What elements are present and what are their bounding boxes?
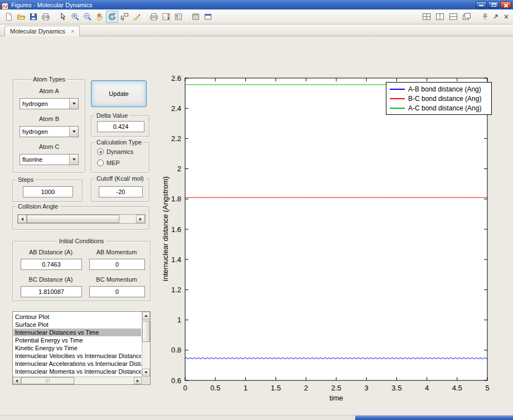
x-tick-label: 3.5 xyxy=(391,384,401,392)
zoom-out-icon[interactable] xyxy=(81,11,94,23)
open-folder-icon[interactable] xyxy=(15,11,27,23)
insert-legend-icon[interactable] xyxy=(172,11,185,23)
list-item[interactable]: Potential Energy vs Time xyxy=(13,336,141,344)
close-button[interactable] xyxy=(500,1,511,8)
delta-value-field[interactable]: 0.424 xyxy=(97,121,144,132)
toolbar-undock-icon[interactable] xyxy=(491,12,500,21)
atom-b-value: hydrogen xyxy=(20,127,69,137)
bc-distance-field[interactable]: 1.810087 xyxy=(21,286,82,297)
x-tick-label: 1 xyxy=(244,384,248,392)
legend-line-swatch xyxy=(390,108,405,109)
legend-entry[interactable]: A-C bond distance (Ang) xyxy=(390,103,489,113)
legend-label: A-B bond distance (Ang) xyxy=(408,85,481,93)
toolbar-close-icon[interactable] xyxy=(502,12,511,21)
tab-molecular-dynamics[interactable]: Molecular Dynamics × xyxy=(4,26,80,36)
minimize-button[interactable] xyxy=(476,1,487,8)
select-cursor-icon[interactable] xyxy=(57,11,69,23)
window-title: Figures - Molecular Dynamics xyxy=(11,2,92,8)
listbox-hscroll-thumb[interactable] xyxy=(21,377,74,384)
layout-columns-icon[interactable] xyxy=(434,11,446,23)
bc-distance-label: BC Distance (A) xyxy=(17,276,84,283)
list-item[interactable]: Internuclear Momenta vs Internuclear Dis… xyxy=(13,368,141,375)
plot-legend[interactable]: A-B bond distance (Ang)B-C bond distance… xyxy=(386,82,492,115)
list-item[interactable]: Contour Plot xyxy=(13,313,141,321)
insert-colorbar-icon[interactable] xyxy=(160,11,172,23)
scroll-right-arrow-icon[interactable] xyxy=(134,377,142,384)
collision-angle-panel: Collision Angle xyxy=(12,206,149,230)
plot-background[interactable] xyxy=(185,78,487,380)
chevron-down-icon[interactable] xyxy=(69,127,78,137)
radio-dynamics[interactable]: Dynamics xyxy=(97,148,133,155)
print-figure-icon[interactable] xyxy=(148,11,160,23)
tab-label: Molecular Dynamics xyxy=(10,28,65,35)
app-icon xyxy=(2,2,8,8)
scroll-up-arrow-icon[interactable] xyxy=(142,312,150,320)
new-document-icon[interactable] xyxy=(3,11,15,23)
layout-rows-icon[interactable] xyxy=(447,11,459,23)
zoom-in-icon[interactable] xyxy=(69,11,81,23)
legend-line-swatch xyxy=(390,89,405,90)
list-item[interactable]: Surface Plot xyxy=(13,321,141,329)
listbox-vscroll-thumb[interactable] xyxy=(142,321,150,342)
atom-b-label: Atom B xyxy=(13,115,85,122)
radio-selected-icon[interactable] xyxy=(97,148,104,155)
print-icon[interactable] xyxy=(40,11,52,23)
x-tick-label: 2 xyxy=(304,384,308,392)
toolbar-separator xyxy=(187,12,187,22)
toolbar-separator xyxy=(54,12,55,22)
dock-figure-icon[interactable] xyxy=(190,11,202,23)
list-item[interactable]: Kinetic Energy vs Time xyxy=(13,344,141,352)
ab-momentum-field[interactable]: 0 xyxy=(89,259,145,270)
atom-c-dropdown[interactable]: fluorine xyxy=(20,154,79,165)
y-tick-label: 0.6 xyxy=(171,376,181,385)
list-item[interactable]: Internuclear Distances vs Time xyxy=(13,329,141,336)
figures-window: Figures - Molecular Dynamics xyxy=(0,0,513,420)
radio-unselected-icon[interactable] xyxy=(97,160,104,166)
cutoff-field[interactable]: -20 xyxy=(99,186,143,197)
list-item[interactable]: Internuclear Velocities vs Internuclear … xyxy=(13,352,141,360)
x-tick-label: 0 xyxy=(183,384,187,392)
toolbar-pin-icon[interactable] xyxy=(481,12,490,21)
y-tick-label: 1 xyxy=(177,316,181,324)
plot-type-listbox[interactable]: Contour PlotSurface PlotInternuclear Dis… xyxy=(12,311,151,385)
legend-entry[interactable]: B-C bond distance (Ang) xyxy=(390,94,489,103)
scroll-down-arrow-icon[interactable] xyxy=(142,369,150,376)
layout-grid-icon[interactable] xyxy=(420,11,433,23)
steps-field[interactable]: 1000 xyxy=(23,186,73,197)
listbox-hscrollbar[interactable] xyxy=(13,376,142,384)
listbox-vscrollbar[interactable] xyxy=(142,312,150,376)
legend-entry[interactable]: A-B bond distance (Ang) xyxy=(390,84,489,94)
layout-cascade-icon[interactable] xyxy=(461,11,473,23)
save-icon[interactable] xyxy=(27,11,40,23)
rotate-3d-icon[interactable] xyxy=(106,11,118,23)
chevron-down-icon[interactable] xyxy=(69,99,78,109)
data-cursor-icon[interactable] xyxy=(118,11,130,23)
cutoff-panel: Cutoff (Kcal/ mol) -20 xyxy=(91,178,149,202)
tab-close-icon[interactable]: × xyxy=(71,28,74,35)
plot-axes[interactable]: 00.511.522.533.544.550.60.811.21.41.61.8… xyxy=(162,71,496,400)
panel-title: Calculation Type xyxy=(95,139,143,146)
collision-angle-scrollbar[interactable] xyxy=(17,214,146,224)
steps-panel: Steps 1000 xyxy=(12,180,83,202)
ab-momentum-label: AB Momentum xyxy=(86,249,147,255)
new-window-icon[interactable] xyxy=(202,11,214,23)
collision-angle-thumb[interactable] xyxy=(27,215,119,223)
atom-b-dropdown[interactable]: hydrogen xyxy=(20,126,79,137)
list-item[interactable]: Internuclear Accelerations vs Internucle… xyxy=(13,360,141,368)
update-button[interactable]: Update xyxy=(91,80,147,107)
delta-value-panel: Delta Value 0.424 xyxy=(91,115,149,137)
x-tick-label: 1.5 xyxy=(271,384,281,392)
initial-conditions-panel: Initial Conditions AB Distance (A) AB Mo… xyxy=(12,241,151,301)
chevron-down-icon[interactable] xyxy=(69,155,78,165)
ab-distance-field[interactable]: 0.7463 xyxy=(21,259,82,270)
atom-a-dropdown[interactable]: hydrogen xyxy=(20,98,79,109)
scroll-left-arrow-icon[interactable] xyxy=(18,215,27,223)
maximize-button[interactable] xyxy=(488,1,499,8)
brush-icon[interactable] xyxy=(130,11,143,23)
scroll-right-arrow-icon[interactable] xyxy=(136,215,145,223)
x-tick-label: 3 xyxy=(365,384,369,392)
pan-hand-icon[interactable] xyxy=(94,11,106,23)
radio-mep[interactable]: MEP xyxy=(97,160,120,166)
bc-momentum-field[interactable]: 0 xyxy=(89,286,145,297)
scroll-left-arrow-icon[interactable] xyxy=(13,377,21,384)
